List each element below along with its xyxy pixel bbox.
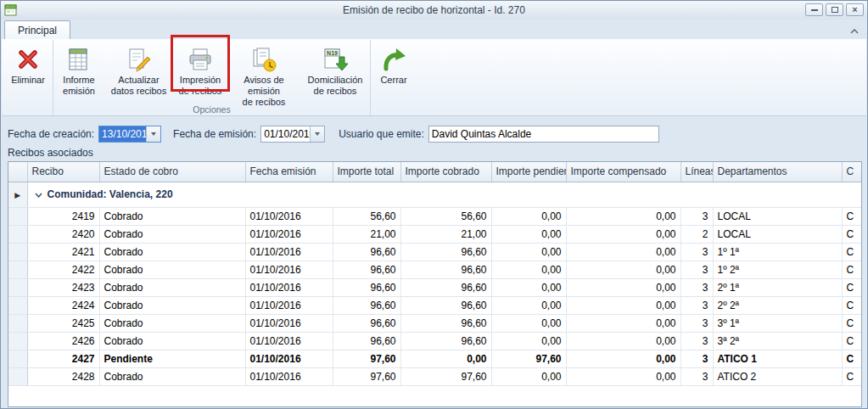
fecha-creacion-dropdown-button[interactable] bbox=[146, 126, 160, 142]
cell[interactable]: 96,60 bbox=[400, 278, 491, 296]
cell[interactable]: LOCAL bbox=[713, 225, 842, 243]
cell[interactable]: 0,00 bbox=[566, 225, 680, 243]
fecha-emision-editor[interactable]: 01/10/2016 bbox=[260, 126, 325, 143]
row-selector[interactable] bbox=[8, 314, 27, 332]
table-row[interactable]: 2426Cobrado01/10/201696,6096,600,000,003… bbox=[8, 332, 862, 350]
column-header[interactable]: Estado de cobro bbox=[99, 162, 245, 182]
row-selector[interactable] bbox=[8, 296, 27, 314]
column-header[interactable]: Fecha emisión bbox=[245, 162, 333, 182]
cell[interactable]: 0,00 bbox=[566, 278, 680, 296]
cell[interactable]: 96,60 bbox=[333, 261, 400, 278]
cell[interactable]: 56,60 bbox=[400, 207, 491, 225]
cell[interactable]: 3 bbox=[680, 367, 713, 385]
column-header[interactable]: Importe cobrado bbox=[400, 162, 491, 182]
cell[interactable]: 3 bbox=[680, 261, 713, 278]
cell[interactable]: 2424 bbox=[27, 296, 99, 314]
cell[interactable]: Cobrado bbox=[99, 296, 245, 314]
cell[interactable]: 0,00 bbox=[566, 367, 680, 385]
cell[interactable]: Cobrado bbox=[99, 207, 245, 225]
cell[interactable]: 56,60 bbox=[333, 207, 400, 225]
cell[interactable]: Pendiente bbox=[99, 350, 245, 367]
cell[interactable]: C bbox=[842, 243, 862, 261]
table-row[interactable]: 2427Pendiente01/10/201697,600,0097,600,0… bbox=[8, 350, 862, 367]
ribbon-button-actualizar-datos-recibos[interactable]: Actualizar datos recibos bbox=[104, 40, 173, 104]
cell[interactable]: 1º 2ª bbox=[713, 261, 842, 278]
cell[interactable]: 3º 1ª bbox=[713, 314, 842, 332]
cell[interactable]: 3 bbox=[680, 296, 713, 314]
cell[interactable]: 0,00 bbox=[491, 225, 566, 243]
cell[interactable]: 3 bbox=[680, 314, 713, 332]
cell[interactable]: 0,00 bbox=[491, 261, 566, 278]
cell[interactable]: Cobrado bbox=[99, 243, 245, 261]
row-selector[interactable] bbox=[8, 350, 27, 367]
close-window-button[interactable]: × bbox=[846, 3, 864, 16]
table-row[interactable]: 2424Cobrado01/10/201696,6096,600,000,003… bbox=[8, 296, 862, 314]
cell[interactable]: C bbox=[842, 296, 862, 314]
cell[interactable]: 0,00 bbox=[566, 207, 680, 225]
cell[interactable]: Cobrado bbox=[99, 332, 245, 350]
cell[interactable]: Cobrado bbox=[99, 261, 245, 278]
cell[interactable]: 01/10/2016 bbox=[245, 367, 333, 385]
cell[interactable]: 0,00 bbox=[491, 243, 566, 261]
maximize-button[interactable] bbox=[826, 3, 843, 16]
cell[interactable]: 01/10/2016 bbox=[245, 207, 333, 225]
fecha-emision-dropdown-button[interactable] bbox=[310, 126, 324, 142]
cell[interactable]: 0,00 bbox=[566, 332, 680, 350]
table-row[interactable]: 2420Cobrado01/10/201621,0021,000,000,002… bbox=[8, 225, 862, 243]
cell[interactable]: 01/10/2016 bbox=[245, 225, 333, 243]
cell[interactable]: C bbox=[842, 278, 862, 296]
cell[interactable]: 01/10/2016 bbox=[245, 278, 333, 296]
row-selector[interactable] bbox=[8, 207, 27, 225]
cell[interactable]: 96,60 bbox=[333, 243, 400, 261]
cell[interactable]: 01/10/2016 bbox=[245, 350, 333, 367]
tab-principal[interactable]: Principal bbox=[4, 20, 70, 39]
cell[interactable]: 97,60 bbox=[333, 350, 400, 367]
row-selector[interactable] bbox=[8, 278, 27, 296]
cell[interactable]: 0,00 bbox=[491, 332, 566, 350]
cell[interactable]: 2422 bbox=[27, 261, 99, 278]
table-row[interactable]: 2422Cobrado01/10/201696,6096,600,000,003… bbox=[8, 261, 862, 278]
cell[interactable]: 0,00 bbox=[566, 314, 680, 332]
cell[interactable]: 96,60 bbox=[333, 332, 400, 350]
cell[interactable]: 0,00 bbox=[566, 296, 680, 314]
cell[interactable]: 2419 bbox=[27, 207, 99, 225]
cell[interactable]: 0,00 bbox=[491, 367, 566, 385]
group-row-caption[interactable]: Comunidad: Valencia, 220 bbox=[27, 182, 862, 207]
cell[interactable]: 0,00 bbox=[566, 261, 680, 278]
cell[interactable]: ATICO 1 bbox=[713, 350, 842, 367]
cell[interactable]: 2426 bbox=[27, 332, 99, 350]
cell[interactable]: 96,60 bbox=[333, 278, 400, 296]
column-header[interactable]: Líneas bbox=[680, 162, 713, 182]
cell[interactable]: LOCAL bbox=[713, 207, 842, 225]
cell[interactable]: 3 bbox=[680, 332, 713, 350]
cell[interactable]: 97,60 bbox=[400, 367, 491, 385]
cell[interactable]: 96,60 bbox=[400, 332, 491, 350]
column-header[interactable]: C bbox=[842, 162, 862, 182]
collapse-ribbon-button[interactable] bbox=[848, 27, 860, 36]
cell[interactable]: 1º 1ª bbox=[713, 243, 842, 261]
ribbon-button-impresion-de-recibos[interactable]: Impresión de recibos bbox=[173, 40, 227, 104]
cell[interactable]: 0,00 bbox=[491, 314, 566, 332]
cell[interactable]: 0,00 bbox=[491, 207, 566, 225]
cell[interactable]: 2423 bbox=[27, 278, 99, 296]
ribbon-button-eliminar[interactable]: Eliminar bbox=[3, 40, 53, 104]
cell[interactable]: Cobrado bbox=[99, 225, 245, 243]
cell[interactable]: 96,60 bbox=[333, 296, 400, 314]
column-header[interactable]: Departamentos bbox=[713, 162, 842, 182]
cell[interactable]: 96,60 bbox=[400, 261, 491, 278]
cell[interactable]: 97,60 bbox=[333, 367, 400, 385]
cell[interactable]: 2 bbox=[680, 225, 713, 243]
table-row[interactable]: 2421Cobrado01/10/201696,6096,600,000,003… bbox=[8, 243, 862, 261]
table-row[interactable]: 2425Cobrado01/10/201696,6096,600,000,003… bbox=[8, 314, 862, 332]
minimize-button[interactable] bbox=[805, 3, 823, 16]
cell[interactable]: 97,60 bbox=[491, 350, 566, 367]
ribbon-button-avisos-emision-recibos[interactable]: Avisos de emisión de recibos bbox=[227, 40, 300, 104]
column-header[interactable]: Importe pendiente bbox=[491, 162, 566, 182]
row-selector[interactable] bbox=[8, 367, 27, 385]
cell[interactable]: 3 bbox=[680, 350, 713, 367]
cell[interactable]: Cobrado bbox=[99, 367, 245, 385]
cell[interactable]: C bbox=[842, 207, 862, 225]
table-row[interactable]: 2428Cobrado01/10/201697,6097,600,000,003… bbox=[8, 367, 862, 385]
fecha-creacion-editor[interactable]: 13/10/2016 bbox=[98, 126, 161, 143]
cell[interactable]: 96,60 bbox=[400, 243, 491, 261]
